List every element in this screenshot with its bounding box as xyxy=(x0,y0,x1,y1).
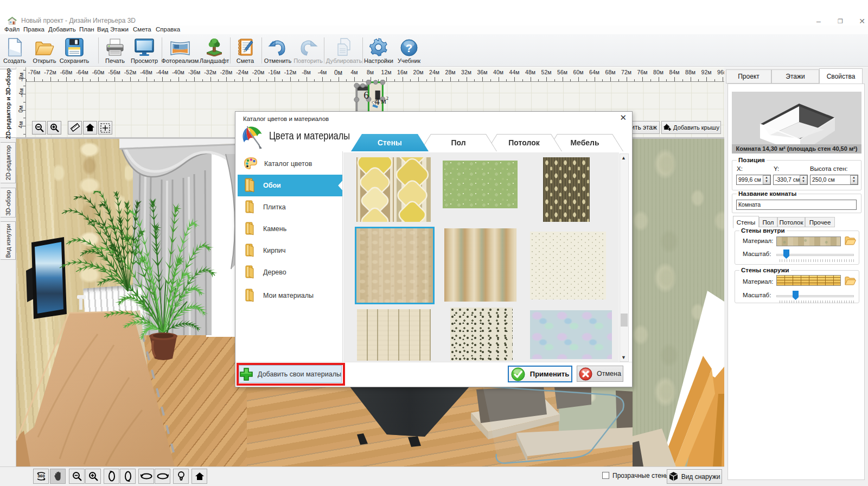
svg-text:4: 4 xyxy=(374,95,380,107)
svg-text:2: 2 xyxy=(386,95,388,101)
svg-text:?: ? xyxy=(406,42,413,54)
svg-text:6: 6 xyxy=(363,89,369,101)
